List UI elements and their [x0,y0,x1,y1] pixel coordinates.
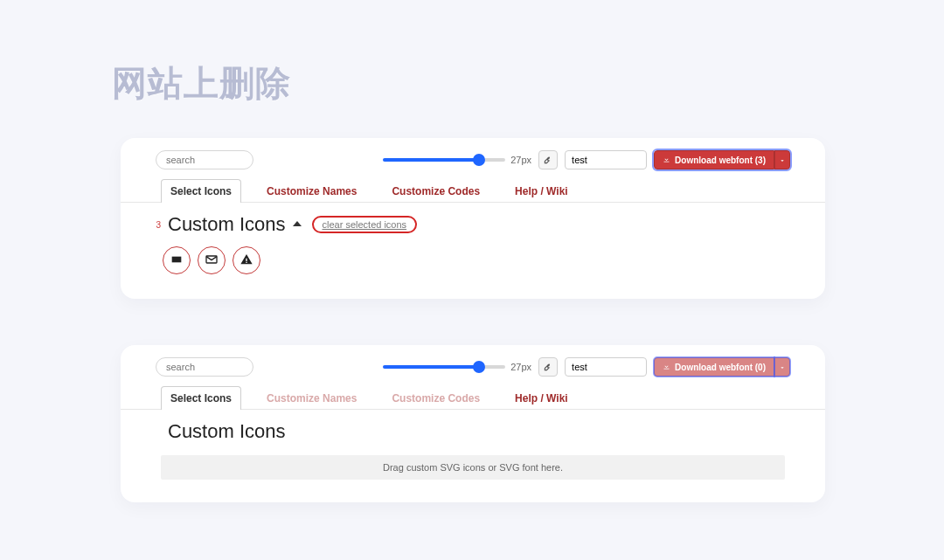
chevron-down-icon [779,361,786,374]
download-dropdown-toggle[interactable] [774,357,790,377]
icons-list [121,239,825,283]
selected-count-badge: 3 [152,220,161,230]
toolbar: 27px Download webfont (3) [121,138,825,176]
clear-selected-icons-link[interactable]: clear selected icons [312,216,418,233]
download-icon [663,156,670,165]
tab-help-wiki[interactable]: Help / Wiki [505,179,578,203]
size-slider-group: 27px [383,154,531,166]
search-input[interactable] [156,357,253,377]
panel-before-clear: 27px Download webfont (3) Select Icons [121,138,825,299]
size-slider[interactable] [383,361,505,373]
tab-select-icons[interactable]: Select Icons [161,179,241,203]
collapse-caret-icon[interactable] [293,221,302,226]
tab-customize-codes[interactable]: Customize Codes [382,386,489,410]
wrench-icon [544,362,553,373]
svg-rect-0 [172,256,182,262]
download-label: Download webfont (0) [675,363,766,372]
icon-item-mail[interactable] [198,246,226,274]
panel-after-clear: 27px Download webfont (0) Select Icons [121,345,825,502]
wrench-icon [544,155,553,166]
custom-icons-header: 3 Custom Icons clear selected icons [121,203,825,239]
font-name-input[interactable] [565,357,647,377]
size-slider-value: 27px [510,155,531,165]
tab-customize-names[interactable]: Customize Names [257,386,366,410]
download-dropdown-toggle[interactable] [774,150,790,169]
icon-item-warning[interactable] [233,246,260,274]
tab-customize-names[interactable]: Customize Names [257,179,366,203]
tab-select-icons[interactable]: Select Icons [161,386,241,410]
custom-icons-header: Custom Icons [121,410,825,446]
toolbar: 27px Download webfont (0) [121,345,825,384]
section-title: Custom Icons [168,213,286,236]
download-webfont-button[interactable]: Download webfont (3) [654,150,774,169]
download-webfont-button[interactable]: Download webfont (0) [654,357,774,377]
settings-button[interactable] [538,150,558,169]
warning-icon [239,252,253,269]
mail-icon [205,252,219,269]
page-heading: 网站上删除 [112,59,291,107]
rectangle-icon [170,252,184,269]
search-input[interactable] [156,150,253,169]
chevron-down-icon [779,154,786,167]
size-slider-value: 27px [510,362,531,372]
icon-item-rectangle[interactable] [163,246,191,274]
size-slider[interactable] [383,154,505,166]
tab-bar: Select Icons Customize Names Customize C… [121,176,825,203]
tab-help-wiki[interactable]: Help / Wiki [505,386,578,410]
tab-bar: Select Icons Customize Names Customize C… [121,384,825,410]
download-label: Download webfont (3) [675,156,766,165]
download-icon [663,363,670,372]
settings-button[interactable] [538,357,558,377]
size-slider-group: 27px [383,361,531,373]
font-name-input[interactable] [565,150,647,169]
tab-customize-codes[interactable]: Customize Codes [382,179,489,203]
svg-dropzone[interactable]: Drag custom SVG icons or SVG font here. [161,455,785,480]
section-title: Custom Icons [168,420,286,443]
